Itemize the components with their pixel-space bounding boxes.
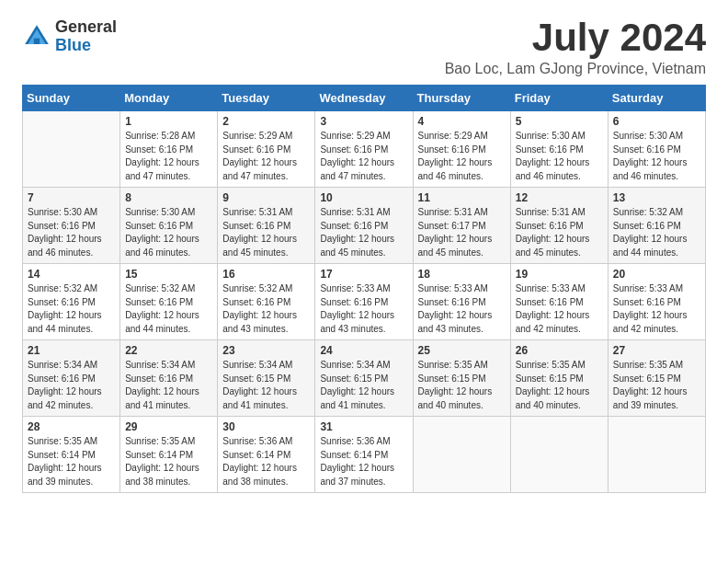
calendar-cell: 29Sunrise: 5:35 AM Sunset: 6:14 PM Dayli… bbox=[120, 417, 218, 493]
calendar-cell: 20Sunrise: 5:33 AM Sunset: 6:16 PM Dayli… bbox=[608, 264, 705, 340]
day-info: Sunrise: 5:31 AM Sunset: 6:16 PM Dayligh… bbox=[222, 206, 310, 259]
day-number: 14 bbox=[28, 268, 115, 281]
calendar-header: SundayMondayTuesdayWednesdayThursdayFrid… bbox=[23, 86, 706, 111]
col-header-sunday: Sunday bbox=[23, 86, 120, 111]
day-number: 23 bbox=[222, 344, 310, 357]
calendar-cell: 14Sunrise: 5:32 AM Sunset: 6:16 PM Dayli… bbox=[23, 264, 120, 340]
col-header-monday: Monday bbox=[120, 86, 218, 111]
logo: General Blue bbox=[22, 18, 117, 55]
week-row: 28Sunrise: 5:35 AM Sunset: 6:14 PM Dayli… bbox=[23, 417, 706, 493]
col-header-wednesday: Wednesday bbox=[315, 86, 413, 111]
calendar-cell: 25Sunrise: 5:35 AM Sunset: 6:15 PM Dayli… bbox=[413, 340, 510, 417]
col-header-saturday: Saturday bbox=[608, 86, 705, 111]
calendar-cell: 26Sunrise: 5:35 AM Sunset: 6:15 PM Dayli… bbox=[510, 340, 608, 417]
calendar-cell: 2Sunrise: 5:29 AM Sunset: 6:16 PM Daylig… bbox=[218, 111, 315, 188]
day-number: 26 bbox=[516, 344, 603, 357]
day-number: 8 bbox=[125, 191, 212, 204]
week-row: 7Sunrise: 5:30 AM Sunset: 6:16 PM Daylig… bbox=[23, 188, 706, 264]
day-info: Sunrise: 5:31 AM Sunset: 6:17 PM Dayligh… bbox=[418, 206, 506, 259]
day-info: Sunrise: 5:28 AM Sunset: 6:16 PM Dayligh… bbox=[125, 130, 212, 183]
calendar-cell: 18Sunrise: 5:33 AM Sunset: 6:16 PM Dayli… bbox=[413, 264, 510, 340]
day-info: Sunrise: 5:36 AM Sunset: 6:14 PM Dayligh… bbox=[222, 435, 310, 488]
calendar-cell: 27Sunrise: 5:35 AM Sunset: 6:15 PM Dayli… bbox=[608, 340, 705, 417]
day-info: Sunrise: 5:32 AM Sunset: 6:16 PM Dayligh… bbox=[222, 282, 310, 336]
day-info: Sunrise: 5:36 AM Sunset: 6:14 PM Dayligh… bbox=[320, 435, 407, 488]
day-number: 3 bbox=[320, 115, 407, 128]
calendar-cell: 10Sunrise: 5:31 AM Sunset: 6:16 PM Dayli… bbox=[315, 188, 413, 264]
calendar-cell bbox=[510, 417, 608, 493]
day-info: Sunrise: 5:34 AM Sunset: 6:15 PM Dayligh… bbox=[222, 359, 310, 412]
logo-icon bbox=[22, 22, 51, 52]
week-row: 1Sunrise: 5:28 AM Sunset: 6:16 PM Daylig… bbox=[23, 111, 706, 188]
calendar-cell bbox=[608, 417, 705, 493]
day-info: Sunrise: 5:33 AM Sunset: 6:16 PM Dayligh… bbox=[320, 282, 407, 336]
day-info: Sunrise: 5:31 AM Sunset: 6:16 PM Dayligh… bbox=[320, 206, 407, 259]
day-info: Sunrise: 5:34 AM Sunset: 6:16 PM Dayligh… bbox=[125, 359, 212, 412]
header-row: SundayMondayTuesdayWednesdayThursdayFrid… bbox=[23, 86, 706, 111]
logo-text: General Blue bbox=[55, 18, 117, 55]
day-info: Sunrise: 5:29 AM Sunset: 6:16 PM Dayligh… bbox=[320, 130, 407, 183]
day-info: Sunrise: 5:33 AM Sunset: 6:16 PM Dayligh… bbox=[516, 282, 603, 336]
day-number: 7 bbox=[28, 191, 115, 204]
day-info: Sunrise: 5:35 AM Sunset: 6:14 PM Dayligh… bbox=[125, 435, 212, 488]
subtitle: Bao Loc, Lam GJong Province, Vietnam bbox=[445, 61, 706, 77]
calendar-cell: 15Sunrise: 5:32 AM Sunset: 6:16 PM Dayli… bbox=[120, 264, 218, 340]
day-info: Sunrise: 5:32 AM Sunset: 6:16 PM Dayligh… bbox=[28, 282, 115, 336]
calendar-cell: 19Sunrise: 5:33 AM Sunset: 6:16 PM Dayli… bbox=[510, 264, 608, 340]
day-number: 6 bbox=[613, 115, 700, 128]
day-info: Sunrise: 5:30 AM Sunset: 6:16 PM Dayligh… bbox=[613, 130, 700, 183]
day-number: 5 bbox=[516, 115, 603, 128]
day-number: 28 bbox=[28, 420, 115, 433]
calendar-cell: 4Sunrise: 5:29 AM Sunset: 6:16 PM Daylig… bbox=[413, 111, 510, 188]
title-area: July 2024 Bao Loc, Lam GJong Province, V… bbox=[445, 18, 706, 77]
day-info: Sunrise: 5:33 AM Sunset: 6:16 PM Dayligh… bbox=[418, 282, 506, 336]
day-info: Sunrise: 5:34 AM Sunset: 6:16 PM Dayligh… bbox=[28, 359, 115, 412]
day-info: Sunrise: 5:30 AM Sunset: 6:16 PM Dayligh… bbox=[516, 130, 603, 183]
day-number: 21 bbox=[28, 344, 115, 357]
day-number: 29 bbox=[125, 420, 212, 433]
week-row: 21Sunrise: 5:34 AM Sunset: 6:16 PM Dayli… bbox=[23, 340, 706, 417]
day-number: 12 bbox=[516, 191, 603, 204]
calendar-cell: 16Sunrise: 5:32 AM Sunset: 6:16 PM Dayli… bbox=[218, 264, 315, 340]
day-info: Sunrise: 5:35 AM Sunset: 6:15 PM Dayligh… bbox=[418, 359, 506, 412]
day-number: 17 bbox=[320, 268, 407, 281]
calendar-cell: 17Sunrise: 5:33 AM Sunset: 6:16 PM Dayli… bbox=[315, 264, 413, 340]
logo-general-text: General bbox=[55, 18, 117, 37]
calendar-cell: 5Sunrise: 5:30 AM Sunset: 6:16 PM Daylig… bbox=[510, 111, 608, 188]
calendar-cell: 9Sunrise: 5:31 AM Sunset: 6:16 PM Daylig… bbox=[218, 188, 315, 264]
calendar-cell bbox=[413, 417, 510, 493]
svg-rect-2 bbox=[34, 38, 40, 43]
calendar-cell: 3Sunrise: 5:29 AM Sunset: 6:16 PM Daylig… bbox=[315, 111, 413, 188]
day-number: 11 bbox=[418, 191, 506, 204]
day-number: 30 bbox=[222, 420, 310, 433]
calendar-body: 1Sunrise: 5:28 AM Sunset: 6:16 PM Daylig… bbox=[23, 111, 706, 493]
day-number: 27 bbox=[613, 344, 700, 357]
day-number: 1 bbox=[125, 115, 212, 128]
calendar-table: SundayMondayTuesdayWednesdayThursdayFrid… bbox=[22, 85, 706, 493]
calendar-cell: 12Sunrise: 5:31 AM Sunset: 6:16 PM Dayli… bbox=[510, 188, 608, 264]
day-number: 25 bbox=[418, 344, 506, 357]
main-title: July 2024 bbox=[445, 18, 706, 57]
day-info: Sunrise: 5:35 AM Sunset: 6:14 PM Dayligh… bbox=[28, 435, 115, 488]
calendar-cell: 23Sunrise: 5:34 AM Sunset: 6:15 PM Dayli… bbox=[218, 340, 315, 417]
day-info: Sunrise: 5:33 AM Sunset: 6:16 PM Dayligh… bbox=[613, 282, 700, 336]
day-info: Sunrise: 5:30 AM Sunset: 6:16 PM Dayligh… bbox=[125, 206, 212, 259]
col-header-tuesday: Tuesday bbox=[218, 86, 315, 111]
day-number: 10 bbox=[320, 191, 407, 204]
day-info: Sunrise: 5:35 AM Sunset: 6:15 PM Dayligh… bbox=[516, 359, 603, 412]
calendar-cell: 31Sunrise: 5:36 AM Sunset: 6:14 PM Dayli… bbox=[315, 417, 413, 493]
day-info: Sunrise: 5:29 AM Sunset: 6:16 PM Dayligh… bbox=[222, 130, 310, 183]
calendar-cell: 24Sunrise: 5:34 AM Sunset: 6:15 PM Dayli… bbox=[315, 340, 413, 417]
col-header-thursday: Thursday bbox=[413, 86, 510, 111]
header: General Blue July 2024 Bao Loc, Lam GJon… bbox=[22, 18, 706, 77]
calendar-cell: 28Sunrise: 5:35 AM Sunset: 6:14 PM Dayli… bbox=[23, 417, 120, 493]
calendar-cell: 6Sunrise: 5:30 AM Sunset: 6:16 PM Daylig… bbox=[608, 111, 705, 188]
day-info: Sunrise: 5:29 AM Sunset: 6:16 PM Dayligh… bbox=[418, 130, 506, 183]
day-number: 19 bbox=[516, 268, 603, 281]
calendar-cell: 7Sunrise: 5:30 AM Sunset: 6:16 PM Daylig… bbox=[23, 188, 120, 264]
calendar-cell: 21Sunrise: 5:34 AM Sunset: 6:16 PM Dayli… bbox=[23, 340, 120, 417]
day-number: 15 bbox=[125, 268, 212, 281]
calendar-cell: 13Sunrise: 5:32 AM Sunset: 6:16 PM Dayli… bbox=[608, 188, 705, 264]
day-number: 31 bbox=[320, 420, 407, 433]
day-info: Sunrise: 5:31 AM Sunset: 6:16 PM Dayligh… bbox=[516, 206, 603, 259]
